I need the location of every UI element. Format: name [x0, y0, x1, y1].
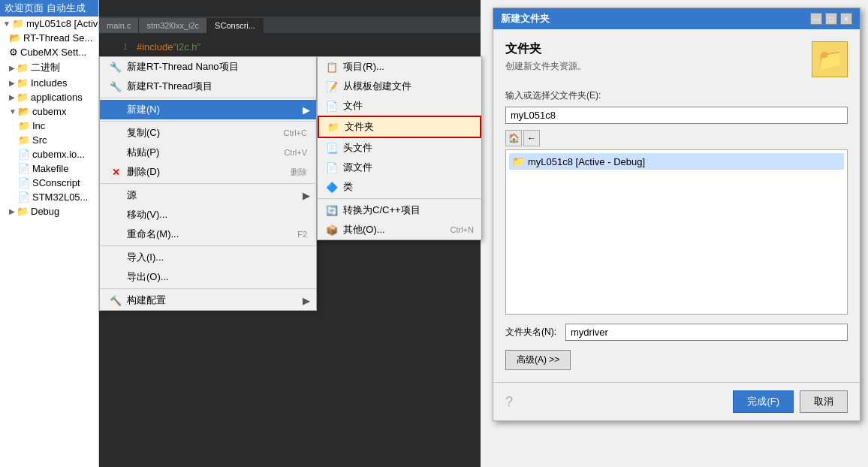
menu-item-rename[interactable]: 重命名(M)... F2 — [100, 224, 316, 244]
import-icon — [109, 251, 122, 264]
tree-item-includes[interactable]: ▶ 📁 Includes — [0, 76, 98, 90]
menu-item-paste[interactable]: 粘贴(P) Ctrl+V — [100, 143, 316, 162]
dialog-tree-item-label: myL051c8 [Active - Debug] — [528, 156, 645, 167]
dialog-tree-nav: 🏠 ← — [505, 130, 848, 146]
shortcut-text: Ctrl+C — [284, 128, 307, 137]
submenu-item-project[interactable]: 📋 项目(R)... — [318, 57, 481, 77]
side-panel-title: 欢迎页面 自动生成 — [0, 0, 98, 17]
folder-icon: 📂 — [9, 32, 21, 44]
tree-item-label: RT-Thread Se... — [23, 32, 92, 44]
tab-stm32l0xx[interactable]: stm32l0xx_i2c — [139, 18, 207, 33]
rename-icon — [109, 227, 122, 241]
tree-item-applications[interactable]: ▶ 📁 applications — [0, 90, 98, 104]
nav-back-button[interactable]: ← — [523, 130, 540, 146]
tree-item-stm32l05[interactable]: 📄 STM32L05... — [0, 190, 98, 204]
tree-item-label: SConscript — [32, 177, 80, 188]
tree-item-label: 二进制 — [31, 61, 60, 74]
menu-item-source[interactable]: 源 ▶ — [100, 185, 316, 205]
convert-icon: 🔄 — [325, 203, 339, 217]
line-number: 1 — [105, 42, 128, 51]
minimize-button[interactable]: — — [810, 13, 822, 25]
tree-item-cubemx-io[interactable]: 📄 cubemx.io... — [0, 147, 98, 161]
side-panel: 欢迎页面 自动生成 ▼ 📁 myL051c8 [Active...] 📂 RT-… — [0, 0, 99, 467]
tree-item-label: Includes — [31, 77, 67, 89]
filename-input[interactable] — [565, 324, 848, 341]
class-icon: 🔷 — [325, 180, 339, 194]
submenu-item-other[interactable]: 📦 其他(O)... Ctrl+N — [318, 220, 481, 240]
tree-item-sconscript[interactable]: 📄 SConscript — [0, 176, 98, 190]
dialog-tree-item-project[interactable]: 📁 myL051c8 [Active - Debug] — [509, 153, 844, 170]
parent-folder-input[interactable] — [505, 107, 848, 124]
advanced-button[interactable]: 高级(A) >> — [505, 350, 571, 370]
other-icon: 📦 — [325, 223, 339, 237]
submenu-label: 头文件 — [343, 141, 474, 155]
menu-item-export[interactable]: 导出(O)... — [100, 267, 316, 287]
folder-icon: 📁 — [17, 62, 29, 74]
help-icon[interactable]: ? — [505, 394, 513, 410]
menu-item-build-config[interactable]: 🔨 构建配置 ▶ — [100, 291, 316, 310]
tab-sconscript[interactable]: SConscri... — [207, 18, 264, 33]
menu-item-new[interactable]: 新建(N) ▶ — [100, 100, 316, 119]
dialog-filename-section: 文件夹名(N): — [505, 324, 848, 341]
submenu-item-file[interactable]: 📄 文件 — [318, 96, 481, 116]
submenu-label: 类 — [343, 180, 474, 194]
tree-item-inc[interactable]: 📁 Inc — [0, 119, 98, 133]
tree-item-makefile[interactable]: 📄 Makefile — [0, 161, 98, 176]
tree-item-cubemx-sett[interactable]: ⚙ CubeMX Sett... — [0, 45, 98, 59]
copy-icon — [109, 126, 122, 140]
close-button[interactable]: × — [840, 13, 852, 25]
tree-item-rtthread-se[interactable]: 📂 RT-Thread Se... — [0, 31, 98, 45]
tree-item-label: myL051c8 [Active...] — [26, 18, 98, 29]
tree-arrow: ▶ — [9, 93, 15, 101]
tree-item-label: Debug — [31, 206, 59, 217]
menu-label: 移动(V)... — [127, 208, 307, 221]
side-panel-title-text: 欢迎页面 自动生成 — [5, 2, 86, 15]
submenu-arrow: ▶ — [303, 104, 310, 116]
header-icon: 📃 — [325, 141, 339, 155]
menu-item-rtthread-nano[interactable]: 🔧 新建RT-Thread Nano项目 — [100, 57, 316, 77]
submenu-item-template[interactable]: 📝 从模板创建文件 — [318, 77, 481, 96]
submenu-arrow: ▶ — [303, 190, 310, 201]
menu-item-move[interactable]: 移动(V)... — [100, 205, 316, 224]
submenu-separator — [318, 198, 481, 199]
nav-home-button[interactable]: 🏠 — [505, 130, 522, 146]
submenu-item-source[interactable]: 📄 源文件 — [318, 158, 481, 177]
tree-item-project[interactable]: ▼ 📁 myL051c8 [Active...] — [0, 17, 98, 31]
tree-item-binary[interactable]: ▶ 📁 二进制 — [0, 59, 98, 76]
folder-icon: 📂 — [18, 106, 30, 117]
tree-arrow: ▼ — [9, 107, 17, 116]
shortcut-text: Ctrl+V — [284, 148, 307, 157]
menu-label: 复制(C) — [127, 126, 284, 140]
submenu-item-header[interactable]: 📃 头文件 — [318, 138, 481, 158]
tree-item-src[interactable]: 📁 Src — [0, 133, 98, 147]
dialog-body: 文件夹 创建新文件夹资源。 📁 输入或选择父文件夹(E): 🏠 ← 📁 myL0… — [493, 29, 860, 382]
cancel-button[interactable]: 取消 — [800, 390, 848, 413]
code-line-1: 1 #include "i2c.h" — [99, 39, 481, 54]
menu-item-import[interactable]: 导入(I)... — [100, 248, 316, 267]
file-icon: 📄 — [325, 99, 339, 113]
menu-separator-4 — [100, 246, 316, 246]
menu-item-copy[interactable]: 复制(C) Ctrl+C — [100, 123, 316, 143]
export-icon — [109, 270, 122, 284]
tree-item-cubemx[interactable]: ▼ 📂 cubemx — [0, 104, 98, 119]
submenu-label: 从模板创建文件 — [343, 80, 474, 93]
menu-separator-1 — [100, 98, 316, 98]
menu-item-rtthread[interactable]: 🔧 新建RT-Thread项目 — [100, 77, 316, 96]
submenu-label: 源文件 — [343, 161, 474, 174]
ok-button[interactable]: 完成(F) — [733, 390, 794, 413]
submenu-item-folder[interactable]: 📁 文件夹 — [318, 116, 481, 138]
submenu-label: 项目(R)... — [343, 60, 474, 74]
menu-item-delete[interactable]: ✕ 删除(D) 删除 — [100, 162, 316, 182]
tab-main-c[interactable]: main.c — [99, 18, 139, 33]
menu-label: 构建配置 — [127, 294, 307, 307]
maximize-button[interactable]: □ — [825, 13, 837, 25]
context-menu: 🔧 新建RT-Thread Nano项目 🔧 新建RT-Thread项目 新建(… — [99, 56, 317, 311]
tree-item-debug[interactable]: ▶ 📁 Debug — [0, 204, 98, 218]
submenu-item-class[interactable]: 🔷 类 — [318, 177, 481, 197]
move-icon — [109, 208, 122, 221]
dialog-tree-area[interactable]: 📁 myL051c8 [Active - Debug] — [505, 149, 848, 315]
submenu-item-convert[interactable]: 🔄 转换为C/C++项目 — [318, 200, 481, 220]
shortcut-text: 删除 — [291, 167, 307, 178]
paste-icon — [109, 146, 122, 159]
code-string: "i2c.h" — [173, 41, 200, 53]
